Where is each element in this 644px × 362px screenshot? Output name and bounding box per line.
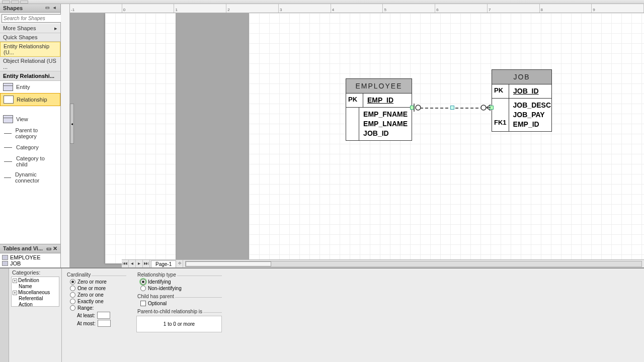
tree-toggle-icon[interactable]: + [13, 279, 17, 283]
shapes-pane: Shapes ▭ ◂ ▾ 🔍 More Shapes ▸ Quick Shape… [0, 4, 61, 267]
radio-zero-or-one[interactable]: Zero or one [70, 292, 126, 298]
entity-employee[interactable]: EMPLOYEE PK EMP_ID EMP_FNAME EMP_LNAME J… [346, 78, 412, 141]
connector-icon [3, 129, 13, 137]
hscroll-track[interactable] [185, 261, 642, 267]
entity-icon [3, 83, 13, 91]
relationship-type-group: Relationship type Identifying Non-identi… [136, 272, 222, 291]
attr: EMP_LNAME [363, 119, 408, 129]
pk-label: PK [492, 84, 509, 98]
parent-child-group: Parent-to-child relationship is 1 to 0 o… [136, 308, 222, 332]
horizontal-ruler: -1 0 1 2 3 4 5 6 7 8 9 [70, 4, 644, 13]
table-icon [2, 261, 8, 266]
radio-exactly-one[interactable]: Exactly one [70, 299, 126, 304]
stencil-active-title: Entity Relationshi... [0, 71, 60, 81]
midpoint-handle[interactable] [450, 106, 454, 110]
pane-dock-icon[interactable]: ▭ [44, 5, 50, 11]
category-icon [3, 143, 13, 151]
hscroll-thumb[interactable] [186, 261, 271, 266]
radio-range[interactable]: Range: [70, 305, 126, 311]
stencil-body: Entity Relationship View Parent to categ… [0, 81, 60, 244]
child-parent-group: Child has parent Optional [136, 293, 222, 306]
attr: EMP_ID [513, 120, 551, 129]
svg-line-3 [487, 105, 491, 108]
chevron-right-icon: ▸ [54, 25, 57, 32]
table-row[interactable]: EMPLOYEE [2, 254, 58, 260]
shapes-title: Shapes [3, 5, 23, 11]
drawing-canvas[interactable]: -1 0 1 2 3 4 5 6 7 8 9 ◂ EMPLOYEE PK EMP… [61, 4, 644, 267]
shape-relationship[interactable]: Relationship [0, 93, 60, 106]
shape-entity[interactable]: Entity [0, 81, 60, 93]
tree-toggle-icon[interactable]: + [13, 291, 17, 295]
shapes-pane-header: Shapes ▭ ◂ [0, 4, 60, 13]
entity-title: EMPLOYEE [346, 79, 412, 94]
cardinality-one-icon [413, 104, 421, 112]
tab-nav-first[interactable]: ⏮ [122, 260, 129, 267]
pk-label: PK [346, 94, 363, 107]
title-bar [0, 0, 644, 4]
cardinality-group: Cardinality Zero or more One or more Zer… [66, 272, 126, 359]
at-least-input[interactable] [97, 312, 110, 319]
svg-point-1 [416, 105, 421, 110]
at-most-input[interactable] [98, 320, 111, 327]
new-page-tab[interactable]: ✧ [176, 260, 183, 267]
more-shapes-link[interactable]: More Shapes ▸ [0, 24, 60, 33]
page-tabs-bar: ⏮ ◂ ▸ ⏭ Page-1 ✧ [122, 259, 644, 267]
pane-dock-icon[interactable]: ▭ [46, 245, 51, 251]
view-icon [3, 115, 13, 123]
connector-icon [3, 157, 13, 165]
tab-nav-last[interactable]: ⏭ [143, 260, 150, 267]
table-row[interactable]: JOB [2, 260, 58, 266]
svg-point-2 [481, 105, 486, 110]
check-optional[interactable]: Optional [140, 301, 222, 306]
stencil-er[interactable]: Entity Relationship (U... [0, 42, 60, 57]
radio-non-identifying[interactable]: Non-identifying [140, 286, 222, 291]
fk-label: FK1 [492, 99, 509, 131]
shape-parent-category[interactable]: Parent to category [0, 125, 60, 141]
qat-button[interactable] [2, 1, 10, 4]
tab-nav-prev[interactable]: ◂ [129, 260, 136, 267]
connector-icon [3, 173, 12, 182]
radio-identifying[interactable]: Identifying [140, 279, 222, 285]
cardinality-many-icon [480, 104, 491, 112]
search-input[interactable] [2, 14, 69, 23]
categories-list[interactable]: +Definition Name +Miscellaneous Referent… [11, 277, 59, 307]
attr: JOB_DESC [513, 101, 551, 110]
panel-toggle[interactable] [0, 268, 9, 362]
close-icon[interactable]: ✕ [53, 245, 57, 251]
qat-button[interactable] [20, 1, 28, 4]
canvas-gutter: ◂ [70, 13, 176, 267]
chevron-left-icon[interactable]: ◂ [51, 5, 57, 11]
pk-attr: EMP_ID [367, 96, 393, 104]
entity-title: JOB [492, 70, 551, 84]
properties-panel: Categories: +Definition Name +Miscellane… [0, 267, 644, 362]
shape-dynamic-connector[interactable]: Dynamic connector [0, 169, 60, 186]
tables-list: EMPLOYEE JOB [0, 253, 60, 267]
categories-label: Categories: [11, 269, 59, 277]
vertical-ruler [61, 4, 70, 267]
svg-line-5 [487, 108, 491, 111]
attr: EMP_FNAME [363, 110, 408, 119]
attr: JOB_PAY [513, 110, 551, 120]
tables-title: Tables and Vi... [3, 245, 43, 252]
relationship-icon [4, 96, 14, 104]
relationship-summary: 1 to 0 or more [136, 316, 222, 332]
attr: JOB_ID [363, 129, 408, 138]
tab-nav-next[interactable]: ▸ [136, 260, 143, 267]
qat-button[interactable] [11, 1, 19, 4]
splitter-handle[interactable]: ◂ [70, 104, 74, 144]
page-tab[interactable]: Page-1 [151, 260, 176, 267]
quick-shapes-link[interactable]: Quick Shapes [0, 33, 60, 42]
tables-pane-header: Tables and Vi... ▭ ✕ [0, 244, 60, 253]
stencil-or[interactable]: Object Relational (US ... [0, 57, 60, 71]
radio-one-or-more[interactable]: One or more [70, 286, 126, 291]
shape-category[interactable]: Category [0, 141, 60, 153]
shape-category-child[interactable]: Category to child [0, 153, 60, 169]
table-icon [2, 255, 8, 260]
entity-job[interactable]: JOB PK JOB_ID FK1 JOB_DESC JOB_PAY EMP_I… [492, 69, 552, 132]
drawing-page[interactable]: EMPLOYEE PK EMP_ID EMP_FNAME EMP_LNAME J… [249, 13, 644, 263]
shape-view[interactable]: View [0, 113, 60, 125]
radio-zero-or-more[interactable]: Zero or more [70, 279, 126, 285]
pk-attr: JOB_ID [513, 87, 539, 95]
